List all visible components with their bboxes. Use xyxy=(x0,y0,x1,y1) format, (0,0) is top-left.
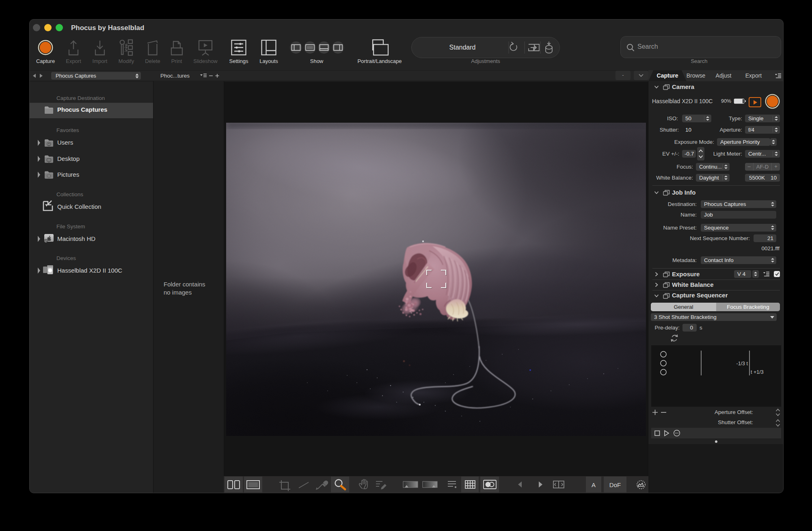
svg-text:-1/3 t: -1/3 t xyxy=(736,361,748,366)
svg-text:DoF: DoF xyxy=(609,481,621,488)
svg-text:t +1/3: t +1/3 xyxy=(751,369,764,375)
svg-text:A: A xyxy=(592,481,596,488)
